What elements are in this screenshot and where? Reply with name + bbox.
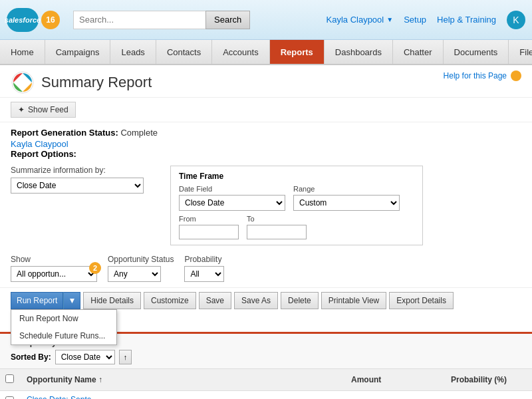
- search-button[interactable]: Search: [205, 11, 250, 29]
- svg-point-1: [19, 79, 26, 86]
- run-dropdown-menu: Run Report Now Schedule Future Runs...: [11, 309, 117, 345]
- logo-badge: 16: [41, 11, 60, 29]
- nav-chatter[interactable]: Chatter: [393, 40, 444, 64]
- save-as-button[interactable]: Save As: [234, 292, 278, 309]
- top-nav-right: Kayla Claypool ▼ Setup Help & Training K: [327, 11, 526, 29]
- top-bar: salesforce 16 Search Kayla Claypool ▼ Se…: [0, 0, 532, 40]
- sorted-by-label: Sorted By:: [11, 352, 51, 362]
- table-header: Opportunity Name ↑ Amount Probability (%…: [0, 368, 532, 391]
- report-type-icon: [11, 70, 35, 94]
- probability-group: Probability All: [184, 255, 224, 282]
- row-probability: [443, 391, 529, 399]
- date-field-label: Date Field: [179, 185, 285, 193]
- summarize-label: Summarize information by:: [11, 166, 157, 175]
- range-label: Range: [293, 185, 400, 193]
- export-details-button[interactable]: Export Details: [389, 292, 454, 309]
- search-input[interactable]: [73, 11, 206, 29]
- nav-bar: Home Campaigns Leads Contacts Accounts R…: [0, 40, 532, 65]
- row-opportunity-name[interactable]: Close Date: Septe...: [19, 391, 343, 399]
- sort-direction-button[interactable]: ↑: [119, 350, 132, 364]
- show-feed-button[interactable]: ✦ Show Feed: [11, 102, 76, 118]
- row-checkbox: [3, 391, 19, 399]
- nav-files[interactable]: Files: [509, 40, 532, 64]
- search-area: Search: [73, 11, 259, 29]
- help-circle-icon: [511, 70, 521, 81]
- show-group: Show All opportun... 2: [11, 255, 97, 282]
- run-now-item[interactable]: Run Report Now: [11, 310, 116, 327]
- action-bar: Run Report ▼ Run Report Now Schedule Fut…: [0, 287, 532, 329]
- from-to-row: From To: [179, 215, 414, 239]
- probability-label: Probability: [184, 255, 224, 264]
- nav-campaigns[interactable]: Campaigns: [45, 40, 111, 64]
- show-select[interactable]: All opportun...: [11, 266, 97, 282]
- range-group: Range Custom: [293, 185, 400, 211]
- show-select-wrapper: All opportun... 2: [11, 266, 97, 282]
- range-select[interactable]: Custom: [293, 195, 400, 211]
- report-icon-title: Summary Report: [11, 70, 152, 94]
- row-select-checkbox[interactable]: [5, 396, 14, 399]
- nav-contacts[interactable]: Contacts: [156, 40, 212, 64]
- timeframe-box: Time Frame Date Field Close Date Range C…: [170, 166, 423, 245]
- feed-icon: ✦: [18, 105, 25, 114]
- from-label: From: [179, 215, 239, 223]
- user-name[interactable]: Kayla Claypool ▼: [327, 15, 394, 25]
- opp-status-select[interactable]: Any: [108, 266, 161, 282]
- customize-button[interactable]: Customize: [144, 292, 196, 309]
- user-dropdown-arrow: ▼: [386, 16, 393, 23]
- printable-view-button[interactable]: Printable View: [321, 292, 387, 309]
- nav-documents[interactable]: Documents: [444, 40, 509, 64]
- sorted-by-row: Sorted By: Close Date ↑: [0, 348, 532, 368]
- row-amount: [343, 391, 443, 399]
- col-header-probability[interactable]: Probability (%): [443, 369, 529, 390]
- save-button[interactable]: Save: [199, 292, 231, 309]
- status-value: Complete: [120, 128, 158, 138]
- options-grid: Summarize information by: Close Date Tim…: [11, 166, 521, 245]
- page-header: Summary Report Help for this Page: [0, 65, 532, 98]
- to-group: To: [247, 215, 307, 239]
- nav-home[interactable]: Home: [0, 40, 45, 64]
- run-report-btn-group: Run Report ▼: [11, 292, 80, 309]
- date-field-select[interactable]: Close Date: [179, 195, 285, 211]
- select-all-checkbox[interactable]: [5, 374, 14, 383]
- help-page-link[interactable]: Help for this Page: [444, 71, 507, 80]
- summarize-group: Summarize information by: Close Date: [11, 166, 157, 194]
- opportunity-link[interactable]: Close Date: Septe...: [27, 395, 98, 399]
- nav-reports[interactable]: Reports: [270, 40, 325, 64]
- owner-link[interactable]: Kayla Claypool: [11, 139, 521, 149]
- help-link-top[interactable]: Help & Training: [437, 15, 496, 25]
- show-badge: 2: [89, 262, 101, 274]
- page-title: Summary Report: [41, 74, 152, 91]
- timeframe-row: Date Field Close Date Range Custom: [179, 185, 414, 211]
- show-row: Show All opportun... 2 Opportunity Statu…: [0, 252, 532, 287]
- report-options: Summarize information by: Close Date Tim…: [0, 162, 532, 252]
- nav-accounts[interactable]: Accounts: [212, 40, 269, 64]
- user-avatar: K: [507, 11, 525, 29]
- show-label: Show: [11, 255, 97, 264]
- run-report-button[interactable]: Run Report: [11, 292, 63, 309]
- opp-status-group: Opportunity Status Any: [108, 255, 174, 282]
- summarize-select[interactable]: Close Date: [11, 178, 144, 194]
- from-input[interactable]: [179, 225, 239, 239]
- logo-area: salesforce 16: [7, 8, 60, 32]
- delete-button[interactable]: Delete: [281, 292, 319, 309]
- run-report-dropdown[interactable]: ▼: [63, 292, 80, 309]
- to-input[interactable]: [247, 225, 307, 239]
- nav-leads[interactable]: Leads: [110, 40, 156, 64]
- opp-status-label: Opportunity Status: [108, 255, 174, 264]
- from-group: From: [179, 215, 239, 239]
- col-header-amount[interactable]: Amount: [343, 369, 443, 390]
- run-report-wrapper: Run Report ▼ Run Report Now Schedule Fut…: [11, 292, 80, 309]
- sort-select[interactable]: Close Date: [55, 350, 115, 364]
- probability-select[interactable]: All: [184, 266, 224, 282]
- nav-dashboards[interactable]: Dashboards: [325, 40, 393, 64]
- options-label: Report Options:: [11, 149, 76, 159]
- setup-link[interactable]: Setup: [404, 15, 426, 25]
- hide-details-button[interactable]: Hide Details: [83, 292, 141, 309]
- schedule-runs-item[interactable]: Schedule Future Runs...: [11, 327, 116, 344]
- col-header-opportunity[interactable]: Opportunity Name ↑: [19, 369, 343, 390]
- page-content: Summary Report Help for this Page ✦ Show…: [0, 65, 532, 399]
- status-label: Report Generation Status:: [11, 128, 118, 138]
- timeframe-title: Time Frame: [179, 172, 414, 181]
- show-feed-bar: ✦ Show Feed: [0, 98, 532, 122]
- help-area: Help for this Page: [444, 70, 521, 81]
